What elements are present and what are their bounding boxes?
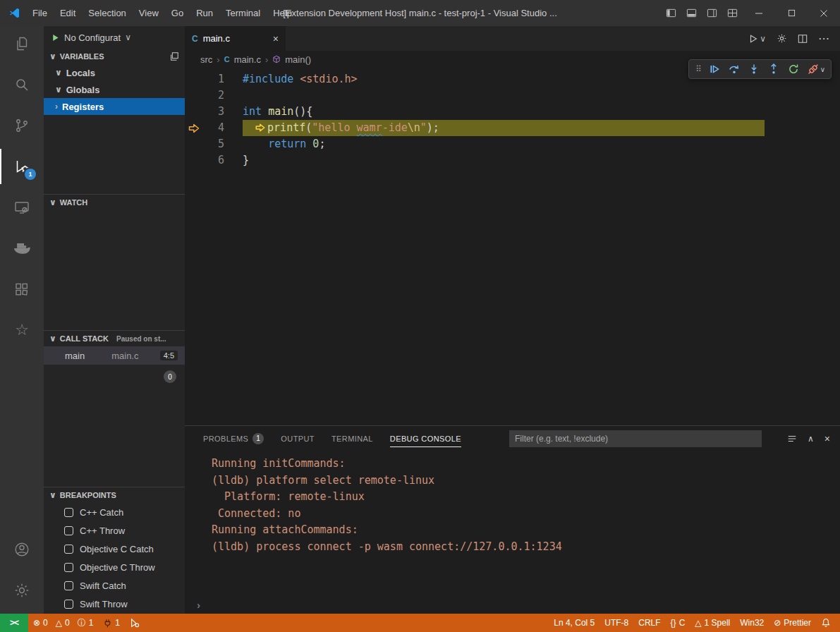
breakpoint-checkbox[interactable] bbox=[64, 563, 73, 572]
menu-edit[interactable]: Edit bbox=[54, 8, 82, 18]
continue-button[interactable] bbox=[705, 60, 724, 78]
breakpoint-gutter[interactable] bbox=[185, 87, 203, 104]
maximize-button[interactable] bbox=[775, 0, 808, 26]
split-editor-icon[interactable] bbox=[798, 34, 808, 44]
minimize-button[interactable] bbox=[743, 0, 775, 26]
problems-status[interactable]: ⊗ 0 △ 0 ⓘ 1 bbox=[28, 614, 98, 632]
maximize-panel-icon[interactable]: ∧ bbox=[808, 434, 814, 444]
toggle-sidebar-icon[interactable] bbox=[661, 0, 681, 26]
close-panel-icon[interactable]: × bbox=[824, 433, 830, 444]
breakpoint-item[interactable]: C++ Throw bbox=[44, 521, 185, 540]
code-token: ; bbox=[319, 138, 325, 150]
close-tab-icon[interactable]: × bbox=[273, 33, 279, 44]
breakpoint-checkbox[interactable] bbox=[64, 545, 73, 554]
menu-selection[interactable]: Selection bbox=[82, 8, 132, 18]
debug-badge: 1 bbox=[25, 169, 36, 180]
execution-pointer-icon[interactable] bbox=[185, 120, 203, 136]
more-actions-icon[interactable]: ⋯ bbox=[818, 32, 830, 45]
chevron-down-icon: ∨ bbox=[49, 51, 56, 61]
breakpoint-item[interactable]: Swift Throw bbox=[44, 595, 185, 613]
scope-globals[interactable]: ∨ Globals bbox=[44, 81, 185, 98]
console-filter-input[interactable] bbox=[509, 430, 762, 447]
debug-status[interactable] bbox=[125, 614, 145, 632]
debug-console-output[interactable]: Running initCommands:(lldb) platform sel… bbox=[185, 451, 840, 595]
activitybar-wamr[interactable]: ☆ bbox=[0, 312, 44, 348]
notifications-bell[interactable] bbox=[816, 614, 836, 632]
run-or-debug-button[interactable]: ∨ bbox=[748, 34, 766, 44]
tab-main-c[interactable]: C main.c × bbox=[185, 26, 286, 51]
activitybar-extensions[interactable] bbox=[0, 272, 44, 307]
chevron-down-icon[interactable]: ∨ bbox=[820, 66, 827, 73]
formatter-indicator[interactable]: ⊘ Prettier bbox=[769, 614, 816, 632]
breakpoint-item[interactable]: Objective C Throw bbox=[44, 558, 185, 576]
breadcrumb-symbol[interactable]: main() bbox=[285, 54, 311, 65]
panel-tab-debug-console[interactable]: DEBUG CONSOLE bbox=[390, 426, 461, 451]
close-window-button[interactable] bbox=[808, 0, 840, 26]
call-stack-header[interactable]: ∨ CALL STACK Paused on st... bbox=[44, 331, 185, 346]
step-over-button[interactable] bbox=[724, 60, 744, 78]
breakpoint-gutter[interactable] bbox=[185, 136, 203, 152]
slash-circle-icon: ⊘ bbox=[774, 618, 781, 628]
code-token bbox=[243, 138, 268, 150]
code-editor[interactable]: 1#include <stdio.h>23int main(){4 printf… bbox=[185, 68, 840, 425]
stack-frame-row[interactable]: main main.c 4:5 bbox=[44, 346, 185, 365]
breakpoint-checkbox[interactable] bbox=[64, 600, 73, 609]
output-actions-icon[interactable] bbox=[787, 434, 797, 444]
toggle-panel-icon[interactable] bbox=[681, 0, 702, 26]
menu-go[interactable]: Go bbox=[165, 8, 190, 18]
breakpoint-item[interactable]: Objective C Catch bbox=[44, 540, 185, 558]
toggle-secondary-sidebar-icon[interactable] bbox=[702, 0, 722, 26]
inline-breakpoint-icon[interactable] bbox=[255, 123, 265, 133]
watch-header[interactable]: ∨ WATCH bbox=[44, 195, 185, 210]
console-line: Platform: remote-linux bbox=[212, 489, 840, 506]
settings-gear-icon[interactable] bbox=[777, 33, 787, 44]
ports-status[interactable]: 1 bbox=[98, 614, 125, 632]
step-into-button[interactable] bbox=[744, 60, 764, 78]
breakpoint-gutter[interactable] bbox=[185, 104, 203, 120]
restart-button[interactable] bbox=[784, 60, 803, 78]
menu-file[interactable]: File bbox=[26, 8, 54, 18]
breakpoint-item[interactable]: C++ Catch bbox=[44, 503, 185, 521]
debug-console-input[interactable]: › bbox=[185, 595, 840, 614]
breakpoints-header[interactable]: ∨ BREAKPOINTS bbox=[44, 487, 185, 503]
panel-tab-terminal[interactable]: TERMINAL bbox=[331, 426, 373, 451]
activitybar-remote-explorer[interactable] bbox=[0, 190, 44, 225]
breakpoint-checkbox[interactable] bbox=[64, 526, 73, 535]
eol-indicator[interactable]: CRLF bbox=[633, 614, 665, 632]
menu-view[interactable]: View bbox=[133, 8, 165, 18]
debug-alt-icon bbox=[130, 618, 140, 628]
variables-header[interactable]: ∨ VARIABLES bbox=[44, 49, 185, 64]
panel-tab-problems[interactable]: PROBLEMS1 bbox=[203, 426, 264, 451]
customize-layout-icon[interactable] bbox=[722, 0, 743, 26]
activitybar-search[interactable] bbox=[0, 67, 44, 102]
breakpoint-checkbox[interactable] bbox=[64, 508, 73, 517]
breakpoint-checkbox[interactable] bbox=[64, 581, 73, 590]
breakpoint-item[interactable]: Swift Catch bbox=[44, 576, 185, 595]
cursor-position[interactable]: Ln 4, Col 5 bbox=[549, 614, 599, 632]
activitybar-accounts[interactable] bbox=[0, 532, 44, 567]
spell-indicator[interactable]: △ 1 Spell bbox=[690, 614, 735, 632]
activitybar-settings[interactable] bbox=[0, 573, 44, 608]
breakpoint-gutter[interactable] bbox=[185, 152, 203, 169]
activitybar-explorer[interactable] bbox=[0, 26, 44, 61]
platform-indicator[interactable]: Win32 bbox=[735, 614, 769, 632]
drag-grip-icon[interactable]: ⠿ bbox=[693, 64, 705, 74]
debug-config-dropdown[interactable]: No Configurat ∨ bbox=[44, 26, 185, 49]
encoding-indicator[interactable]: UTF-8 bbox=[599, 614, 633, 632]
breadcrumb-folder[interactable]: src bbox=[200, 54, 212, 65]
collapse-all-icon[interactable] bbox=[169, 51, 179, 61]
source-control-icon bbox=[13, 117, 30, 134]
activitybar-source-control[interactable] bbox=[0, 108, 44, 143]
scope-locals[interactable]: ∨ Locals bbox=[44, 64, 185, 81]
menu-terminal[interactable]: Terminal bbox=[219, 8, 267, 18]
breakpoint-gutter[interactable] bbox=[185, 71, 203, 87]
breadcrumb-file[interactable]: main.c bbox=[234, 54, 261, 65]
step-out-button[interactable] bbox=[764, 60, 784, 78]
panel-tab-output[interactable]: OUTPUT bbox=[281, 426, 315, 451]
menu-run[interactable]: Run bbox=[190, 8, 219, 18]
activitybar-run-debug[interactable]: 1 bbox=[0, 149, 44, 184]
scope-registers[interactable]: › Registers bbox=[44, 98, 185, 115]
remote-indicator[interactable]: >< bbox=[0, 614, 28, 632]
language-indicator[interactable]: {} C bbox=[666, 614, 690, 632]
activitybar-docker[interactable] bbox=[0, 231, 44, 266]
